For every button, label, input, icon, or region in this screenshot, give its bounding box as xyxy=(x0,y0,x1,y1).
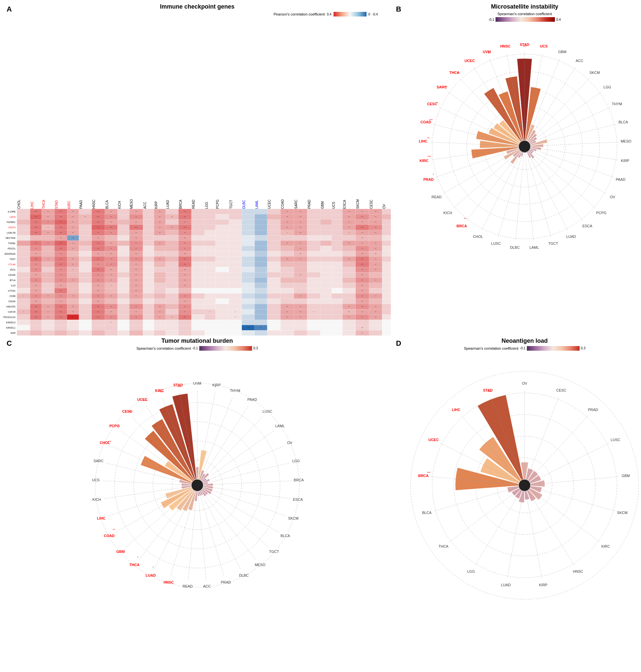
polar-b-container: STAD***UCSGBMACCSKCMLGGTHYMBLCAMESOKIRPP… xyxy=(393,24,641,273)
svg-text:UVM: UVM xyxy=(193,381,201,385)
svg-text:***: *** xyxy=(108,440,111,443)
svg-text:SARC: SARC xyxy=(93,459,104,463)
svg-line-99 xyxy=(201,417,262,481)
svg-text:SKCM: SKCM xyxy=(589,71,600,74)
c-legend-min: -0.1 xyxy=(192,346,198,350)
panel-d: D Neoantigen load Spearman's correlation… xyxy=(393,338,641,669)
pearson-val-low: -0.4 xyxy=(372,13,378,16)
svg-line-103 xyxy=(203,446,283,483)
svg-text:BRCA: BRCA xyxy=(456,224,467,228)
panel-a: A Immune checkpoint genes Pearson's corr… xyxy=(3,3,391,336)
panel-c: C Tumor mutational burden Spearman's cor… xyxy=(3,338,391,669)
svg-text:HNSC: HNSC xyxy=(573,569,583,573)
svg-text:***: *** xyxy=(488,390,492,393)
svg-text:KIRC: KIRC xyxy=(601,544,610,548)
panel-b-legend: Spearman's correlation coefficient xyxy=(497,12,552,16)
svg-text:*: * xyxy=(137,556,138,559)
svg-text:TGCT: TGCT xyxy=(548,242,558,245)
svg-text:KIRP: KIRP xyxy=(212,383,221,387)
panel-d-label: D xyxy=(396,339,401,348)
svg-line-46 xyxy=(482,152,522,230)
svg-text:***: *** xyxy=(177,385,181,389)
svg-text:UCS: UCS xyxy=(92,478,99,482)
svg-text:KICH: KICH xyxy=(444,211,452,215)
polar-d-svg: OVCESCPRADLUSCGBMSKCMKIRCHNSCKIRPLUADLGG… xyxy=(393,353,641,624)
svg-text:CESC: CESC xyxy=(556,388,567,392)
svg-text:SKCM: SKCM xyxy=(288,516,299,520)
polar-c-container: UVMKIRP*THYMPAADLUSCLAMLOVLGGBRCAESCASKC… xyxy=(65,353,329,625)
svg-text:**: ** xyxy=(464,217,466,220)
panel-b: B Microsatellite instability Spearman's … xyxy=(393,3,641,336)
b-legend-min: -0.1 xyxy=(489,18,494,22)
svg-text:***: *** xyxy=(427,155,431,159)
svg-line-109 xyxy=(203,486,290,498)
svg-text:**: ** xyxy=(436,101,438,105)
panel-d-title: Neoantigen load xyxy=(502,338,548,344)
panel-a-title: Immune checkpoint genes xyxy=(160,3,234,10)
svg-text:ESCA: ESCA xyxy=(583,224,593,228)
svg-text:LUAD: LUAD xyxy=(567,235,576,238)
svg-text:LAML: LAML xyxy=(275,424,285,428)
b-legend-bar xyxy=(495,17,555,22)
svg-line-123 xyxy=(197,491,206,579)
svg-text:HNSC: HNSC xyxy=(500,44,510,48)
svg-text:BLCA: BLCA xyxy=(422,511,432,515)
svg-line-51 xyxy=(454,150,520,208)
svg-text:MESO: MESO xyxy=(621,139,632,143)
svg-text:LIHC: LIHC xyxy=(97,516,106,520)
b-legend-max: 0.4 xyxy=(556,18,561,22)
svg-line-101 xyxy=(202,430,273,482)
svg-text:KIRC: KIRC xyxy=(420,159,428,163)
svg-text:***: *** xyxy=(429,119,433,122)
svg-text:DLBC: DLBC xyxy=(510,245,520,249)
svg-line-105 xyxy=(203,463,288,484)
svg-line-20 xyxy=(530,108,610,144)
svg-line-30 xyxy=(530,149,606,194)
svg-line-111 xyxy=(203,487,286,516)
c-legend-label: Spearman's correlation coefficient xyxy=(137,346,191,351)
svg-line-191 xyxy=(507,491,523,577)
svg-line-193 xyxy=(475,490,521,565)
d-legend-label: Spearman's correlation coefficient xyxy=(464,346,518,351)
pearson-legend-bar xyxy=(333,12,367,16)
heatmap-table: CHOLLIHCTHCASTADKIRCPAADHNSCBLCAKICHMESO… xyxy=(3,182,391,336)
svg-text:LUSC: LUSC xyxy=(263,409,272,413)
panel-a-label: A xyxy=(6,5,12,14)
svg-line-121 xyxy=(199,491,224,575)
svg-text:OV: OV xyxy=(287,440,292,444)
svg-text:ESCA: ESCA xyxy=(293,497,303,501)
svg-text:**: ** xyxy=(457,72,460,75)
svg-text:*: * xyxy=(433,173,435,176)
svg-text:KIRP: KIRP xyxy=(621,159,629,163)
svg-text:SKCM: SKCM xyxy=(617,511,628,515)
svg-text:THCA: THCA xyxy=(439,544,449,548)
svg-text:PAAD: PAAD xyxy=(247,397,257,401)
svg-text:READ: READ xyxy=(182,584,193,588)
spearman-b-label: Spearman's correlation coefficient xyxy=(497,12,552,16)
svg-text:LGG: LGG xyxy=(292,459,300,463)
polar-d-container: OVCESCPRADLUSCGBMSKCMKIRCHNSCKIRPLUADLGG… xyxy=(393,353,641,625)
svg-line-32 xyxy=(529,150,596,208)
svg-text:TGCT: TGCT xyxy=(269,549,279,553)
svg-line-177 xyxy=(529,416,588,481)
svg-text:*: * xyxy=(488,52,490,55)
svg-line-187 xyxy=(528,490,574,565)
svg-text:PRAD: PRAD xyxy=(221,580,231,584)
svg-line-197 xyxy=(434,486,519,511)
svg-text:**: ** xyxy=(427,137,430,140)
svg-text:DLBC: DLBC xyxy=(239,573,248,577)
svg-text:ACC: ACC xyxy=(576,59,583,63)
svg-text:BLCA: BLCA xyxy=(281,533,290,537)
svg-text:***: *** xyxy=(144,399,147,402)
d-legend-bar xyxy=(527,346,579,351)
pearson-val-high: 0.4 xyxy=(327,13,331,16)
d-legend-min: -0.1 xyxy=(520,346,525,350)
svg-text:LUAD: LUAD xyxy=(501,582,511,587)
svg-line-115 xyxy=(202,489,268,547)
svg-text:***: *** xyxy=(427,471,431,475)
panel-c-title: Tumor mutational burden xyxy=(161,338,233,344)
svg-text:*: * xyxy=(215,385,216,389)
svg-text:GBM: GBM xyxy=(622,474,630,477)
svg-text:ACC: ACC xyxy=(203,584,210,588)
svg-line-144 xyxy=(103,481,191,485)
